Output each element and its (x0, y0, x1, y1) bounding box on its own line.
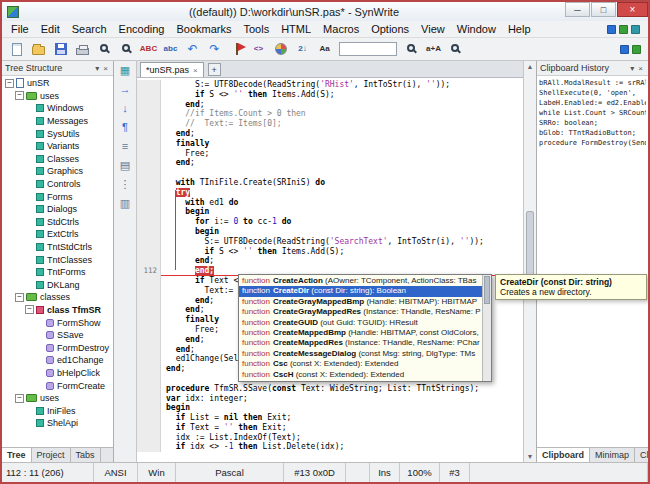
code-line[interactable]: for i:= 0 to cc-1 do (137, 217, 523, 227)
menu-search[interactable]: Search (66, 22, 113, 36)
menu-window[interactable]: Window (451, 22, 502, 36)
tree-item[interactable]: StdCtrls (2, 216, 113, 229)
menu-file[interactable]: File (5, 22, 35, 36)
clipboard-entry[interactable]: bRAll.ModalResult := srRAll; (539, 78, 646, 88)
new-file-button[interactable] (6, 40, 27, 59)
tree-item[interactable]: TntForms (2, 266, 113, 279)
autocomplete-item[interactable]: functionCreateGrayMappedRes (Instance: T… (239, 307, 482, 317)
new-tab-button[interactable]: + (208, 63, 221, 76)
color-picker-button[interactable] (270, 40, 291, 59)
code-line[interactable]: S:= UTF8Decode(ReadString('SearchText', … (137, 237, 523, 247)
code-line[interactable]: finally (137, 139, 523, 149)
tree-item[interactable]: TntStdCtrls (2, 241, 113, 254)
autocomplete-item[interactable]: functionCsc (const X: Extended): Extende… (239, 359, 482, 369)
html-tag-button[interactable]: <> (248, 40, 269, 59)
code-line[interactable]: end; (137, 100, 523, 110)
redo-button[interactable]: ↷ (204, 40, 225, 59)
find-button[interactable] (94, 40, 115, 59)
code-line[interactable]: // Text:= Items[0]; (137, 119, 523, 129)
tree-item[interactable]: FormCreate (2, 379, 113, 392)
tree-expander-icon[interactable]: − (25, 305, 34, 314)
tree-item[interactable]: DKLang (2, 279, 113, 292)
tree-item[interactable]: Messages (2, 115, 113, 128)
tree-item[interactable]: Forms (2, 190, 113, 203)
layout-green-icon[interactable] (619, 25, 628, 34)
clipboard-entry[interactable]: LabeH.Enabled:= ed2.Enabled; (539, 98, 646, 108)
tree-item[interactable]: SysUtils (2, 127, 113, 140)
tree-close-icon[interactable]: × (101, 64, 110, 73)
tree-expander-icon[interactable]: − (15, 91, 24, 100)
search-input[interactable] (339, 42, 397, 56)
code-area[interactable]: S:= UTF8Decode(ReadString('RHist', IntTo… (137, 78, 523, 462)
tree-item[interactable]: −uses (2, 90, 113, 103)
tree-item[interactable]: Classes (2, 153, 113, 166)
status-cell[interactable]: Pascal (176, 463, 284, 482)
code-line[interactable]: begin (137, 207, 523, 217)
tree-item[interactable]: ShelApi (2, 417, 113, 430)
tree-item[interactable]: bHelpClick (2, 367, 113, 380)
autocomplete-scrollbar[interactable] (482, 275, 491, 381)
panel-blue-icon[interactable] (620, 45, 629, 54)
tree-item[interactable]: −uses (2, 392, 113, 405)
tree-item[interactable]: SSave (2, 329, 113, 342)
code-line[interactable]: idx := List.IndexOf(Text); (137, 433, 523, 443)
code-line[interactable]: if S <> '' then Items.Add(S); (137, 90, 523, 100)
autocomplete-item[interactable]: functionCreateMappedRes (Instance: THand… (239, 338, 482, 348)
tab-project[interactable]: Project (32, 448, 71, 462)
scroll-down-icon[interactable]: ▼ (524, 451, 536, 462)
code-line[interactable]: begin (137, 227, 523, 237)
menu-bookmarks[interactable]: Bookmarks (170, 22, 237, 36)
tab-clipboard[interactable]: Clipboard (537, 448, 590, 462)
side-structure-icon[interactable]: ▦ (117, 63, 134, 77)
tree-item[interactable]: −unSR (2, 77, 113, 90)
menu-html[interactable]: HTML (275, 22, 317, 36)
scroll-up-icon[interactable]: ▲ (524, 61, 536, 72)
tree-expander-icon[interactable]: − (15, 394, 24, 403)
tree-menu-icon[interactable]: ▾ (93, 64, 101, 73)
status-cell[interactable] (346, 463, 370, 482)
close-button[interactable]: × (617, 2, 648, 17)
code-line[interactable]: if List = nil then Exit; (137, 413, 523, 423)
menu-options[interactable]: Options (365, 22, 415, 36)
code-line[interactable]: end; (137, 256, 523, 266)
spell-check-button[interactable]: ABC (138, 40, 159, 59)
menu-help[interactable]: Help (502, 22, 537, 36)
code-line[interactable]: if idx <> -1 then List.Delete(idx); (137, 442, 523, 452)
bookmark-button[interactable] (226, 40, 247, 59)
tab-minimap[interactable]: Minimap (590, 448, 635, 462)
menu-macros[interactable]: Macros (317, 22, 365, 36)
status-cell[interactable] (470, 463, 648, 482)
tree-item[interactable]: Variants (2, 140, 113, 153)
status-cell[interactable]: ANSI (94, 463, 138, 482)
tree-item[interactable]: TntClasses (2, 253, 113, 266)
side-guides-icon[interactable]: ▤ (117, 158, 134, 172)
menu-edit[interactable]: Edit (35, 22, 66, 36)
menu-tools[interactable]: Tools (237, 22, 275, 36)
side-wrap-icon[interactable]: ≡ (117, 139, 134, 153)
tree-item[interactable]: FormShow (2, 316, 113, 329)
code-line[interactable] (137, 168, 523, 178)
tree-item[interactable]: Graphics (2, 165, 113, 178)
code-line[interactable]: if Text = '' then Exit; (137, 423, 523, 433)
status-cell[interactable]: Win (138, 463, 176, 482)
status-cell[interactable]: 100% (400, 463, 440, 482)
autocomplete-item[interactable]: functionCreateGrayMappedBmp (Handle: HBI… (239, 297, 482, 307)
autocomplete-item[interactable]: functionCreateMappedBmp (Handle: HBITMAP… (239, 328, 482, 338)
maximize-button[interactable]: □ (591, 2, 616, 17)
code-line[interactable]: var idx: integer; (137, 394, 523, 404)
autocomplete-item[interactable]: functionCreateGUID (out Guid: TGUID): HR… (239, 318, 482, 328)
clipboard-entry[interactable]: ShellExecute(0, 'open', (539, 88, 646, 98)
status-cell[interactable]: Ins (370, 463, 400, 482)
code-line[interactable]: Free; (137, 149, 523, 159)
code-line[interactable]: end; (137, 129, 523, 139)
clipboard-entry[interactable]: bGlob: TTntRadioButton; (539, 128, 646, 138)
char-case-button[interactable]: Aa (314, 40, 335, 59)
tree-item[interactable]: Dialogs (2, 203, 113, 216)
side-paragraph-icon[interactable]: ¶ (117, 120, 134, 134)
font-size-button[interactable]: a+A (423, 40, 444, 59)
minimize-button[interactable]: ─ (565, 2, 590, 17)
code-line[interactable]: with ed1 do (137, 198, 523, 208)
tree-item[interactable]: −classes (2, 291, 113, 304)
tree-item[interactable]: ExtCtrls (2, 228, 113, 241)
autocomplete-item[interactable]: functionCreateAction (AOwner: TComponent… (239, 276, 482, 286)
